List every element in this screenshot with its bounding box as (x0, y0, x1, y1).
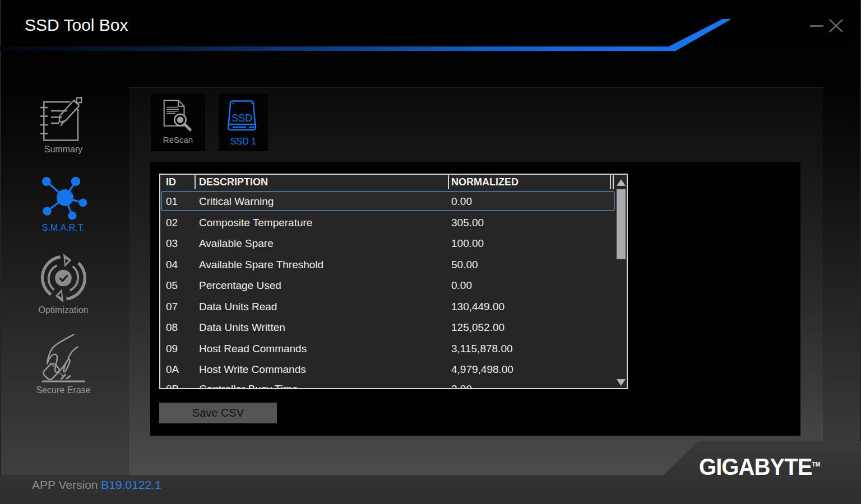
svg-text:SSD: SSD (232, 113, 252, 124)
